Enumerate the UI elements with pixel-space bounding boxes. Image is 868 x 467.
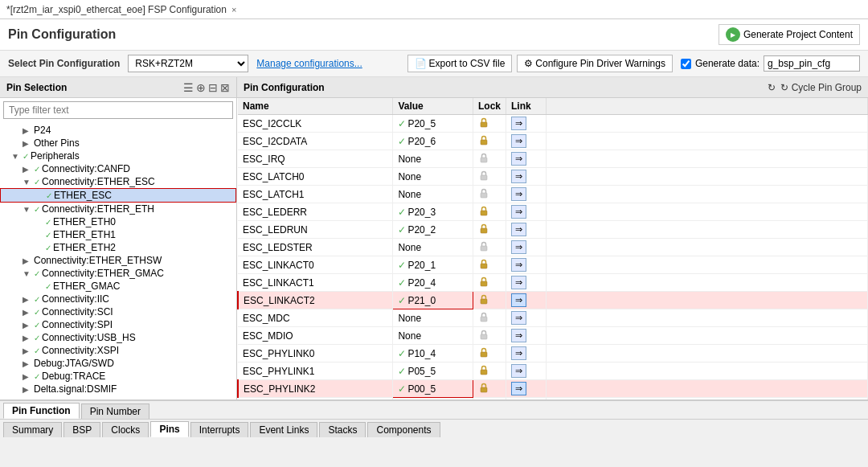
generate-project-content-button[interactable]: Generate Project Content xyxy=(719,24,860,45)
cell-lock[interactable] xyxy=(473,186,506,203)
cell-lock[interactable] xyxy=(473,115,506,133)
tab-clocks[interactable]: Clocks xyxy=(102,422,149,437)
tree-item-ether-ethsw[interactable]: ▶ Connectivity:ETHER_ETHSW xyxy=(0,254,236,267)
cell-link[interactable]: ⇒ xyxy=(506,221,547,239)
link-button[interactable]: ⇒ xyxy=(511,293,526,307)
cell-lock[interactable] xyxy=(473,345,506,363)
tab-pins[interactable]: Pins xyxy=(150,421,188,437)
tab-stacks[interactable]: Stacks xyxy=(319,422,366,437)
tab-pin-number[interactable]: Pin Number xyxy=(81,404,149,419)
tree-item-iic[interactable]: ▶ ✓ Connectivity:IIC xyxy=(0,293,236,305)
generate-data-checkbox[interactable] xyxy=(681,59,691,69)
configure-warnings-button[interactable]: ⚙ Configure Pin Driver Warnings xyxy=(517,55,673,72)
tab-components[interactable]: Components xyxy=(367,422,440,437)
tab-summary[interactable]: Summary xyxy=(3,422,62,437)
tree-item-dsmif[interactable]: ▶ Delta.signal:DSMIF xyxy=(0,383,236,395)
cell-lock[interactable] xyxy=(473,363,506,380)
tree-item-p24[interactable]: ▶ P24 xyxy=(0,124,236,137)
cell-lock[interactable] xyxy=(473,239,506,256)
tree-item-other-pins[interactable]: ▶ Other Pins xyxy=(0,137,236,150)
link-button[interactable]: ⇒ xyxy=(511,205,526,219)
svg-rect-8 xyxy=(481,264,487,268)
tree-item-ether-eth-parent[interactable]: ▼ ✓ Connectivity:ETHER_ETH xyxy=(0,203,236,215)
tree-item-jtag[interactable]: ▶ Debug:JTAG/SWD xyxy=(0,357,236,370)
cell-lock[interactable] xyxy=(473,380,506,398)
tree-item-ether-gmac[interactable]: ✓ ETHER_GMAC xyxy=(0,280,236,293)
list-icon[interactable]: ☰ xyxy=(183,81,194,94)
cell-link[interactable]: ⇒ xyxy=(506,309,547,327)
settings-icon[interactable]: ⊠ xyxy=(220,81,230,94)
tab-bsp[interactable]: BSP xyxy=(63,422,100,437)
tree-area: ▶ P24 ▶ Other Pins ▼ ✓ Peripherals ▶ ✓ C… xyxy=(0,122,236,399)
link-button[interactable]: ⇒ xyxy=(511,152,526,166)
table-row: ESC_IRQ None ⇒ xyxy=(238,150,868,168)
link-button[interactable]: ⇒ xyxy=(511,276,526,289)
cell-link[interactable]: ⇒ xyxy=(506,327,547,345)
cell-link[interactable]: ⇒ xyxy=(506,115,547,133)
cell-link[interactable]: ⇒ xyxy=(506,150,547,168)
cell-lock[interactable] xyxy=(473,203,506,221)
link-button[interactable]: ⇒ xyxy=(511,170,526,183)
cell-link[interactable]: ⇒ xyxy=(506,363,547,380)
tree-item-xspi[interactable]: ▶ ✓ Connectivity:XSPI xyxy=(0,344,236,357)
cell-link[interactable]: ⇒ xyxy=(506,239,547,256)
cell-link[interactable]: ⇒ xyxy=(506,274,547,292)
cell-value: None xyxy=(393,168,473,186)
cell-lock[interactable] xyxy=(473,133,506,150)
cell-link[interactable]: ⇒ xyxy=(506,203,547,221)
cell-name: ESC_LEDRUN xyxy=(238,221,393,239)
link-button[interactable]: ⇒ xyxy=(511,311,526,325)
tree-item-spi[interactable]: ▶ ✓ Connectivity:SPI xyxy=(0,318,236,331)
cell-link[interactable]: ⇒ xyxy=(506,186,547,203)
cell-link[interactable]: ⇒ xyxy=(506,133,547,150)
cell-lock[interactable] xyxy=(473,309,506,327)
tree-item-ether-eth2[interactable]: ✓ ETHER_ETH2 xyxy=(0,241,236,254)
link-button[interactable]: ⇒ xyxy=(511,364,526,378)
cell-link[interactable]: ⇒ xyxy=(506,256,547,274)
cell-lock[interactable] xyxy=(473,221,506,239)
cell-lock[interactable] xyxy=(473,274,506,292)
tree-item-usb-hs[interactable]: ▶ ✓ Connectivity:USB_HS xyxy=(0,331,236,344)
link-button[interactable]: ⇒ xyxy=(511,346,526,360)
cell-lock[interactable] xyxy=(473,327,506,345)
link-button[interactable]: ⇒ xyxy=(511,187,526,201)
tree-item-ether-esc[interactable]: ✓ ETHER_ESC xyxy=(0,188,236,203)
cell-lock[interactable] xyxy=(473,256,506,274)
tree-item-canfd[interactable]: ▶ ✓ Connectivity:CANFD xyxy=(0,162,236,175)
cell-link[interactable]: ⇒ xyxy=(506,345,547,363)
tree-item-ether-eth0[interactable]: ✓ ETHER_ETH0 xyxy=(0,215,236,228)
cell-lock[interactable] xyxy=(473,292,506,309)
link-button[interactable]: ⇒ xyxy=(511,134,526,148)
tab-interrupts[interactable]: Interrupts xyxy=(190,422,249,437)
link-button[interactable]: ⇒ xyxy=(511,329,526,342)
filter-input[interactable] xyxy=(3,101,233,119)
generate-data-input[interactable] xyxy=(764,55,860,72)
tab-event-links[interactable]: Event Links xyxy=(250,422,317,437)
tree-item-trace[interactable]: ▶ ✓ Debug:TRACE xyxy=(0,370,236,383)
tab-pin-function[interactable]: Pin Function xyxy=(3,403,80,419)
cell-link[interactable]: ⇒ xyxy=(506,380,547,398)
cycle-pin-group-button[interactable]: ↻ ↻ Cycle Pin Group xyxy=(768,82,862,93)
add-icon[interactable]: ⊕ xyxy=(196,81,206,94)
manage-configurations-link[interactable]: Manage configurations... xyxy=(256,58,362,69)
tree-item-ether-eth1[interactable]: ✓ ETHER_ETH1 xyxy=(0,228,236,241)
tree-item-sci[interactable]: ▶ ✓ Connectivity:SCI xyxy=(0,305,236,318)
tree-item-ether-esc-parent[interactable]: ▼ ✓ Connectivity:ETHER_ESC xyxy=(0,175,236,188)
close-icon[interactable]: × xyxy=(231,5,236,14)
pin-config-dropdown[interactable]: RSK+RZT2M xyxy=(128,55,248,72)
link-button[interactable]: ⇒ xyxy=(511,117,526,130)
cell-lock[interactable] xyxy=(473,150,506,168)
link-button[interactable]: ⇒ xyxy=(511,223,526,236)
cell-link[interactable]: ⇒ xyxy=(506,168,547,186)
remove-icon[interactable]: ⊟ xyxy=(208,81,218,94)
link-button[interactable]: ⇒ xyxy=(511,240,526,254)
table-row: ESC_LEDSTER None ⇒ xyxy=(238,239,868,256)
tree-item-peripherals[interactable]: ▼ ✓ Peripherals xyxy=(0,150,236,162)
export-csv-button[interactable]: 📄 Export to CSV file xyxy=(407,55,513,72)
cell-link[interactable]: ⇒ xyxy=(506,292,547,309)
cell-lock[interactable] xyxy=(473,168,506,186)
link-button[interactable]: ⇒ xyxy=(511,382,526,395)
tree-item-ether-gmac-parent[interactable]: ▼ ✓ Connectivity:ETHER_GMAC xyxy=(0,267,236,280)
check-icon: ✓ xyxy=(34,308,40,317)
link-button[interactable]: ⇒ xyxy=(511,258,526,272)
